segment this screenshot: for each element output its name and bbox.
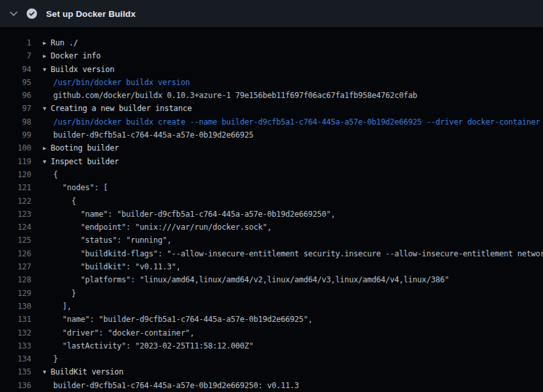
log-text-line: "platforms": "linux/amd64,linux/amd64/v2… <box>43 273 543 286</box>
log-text-line: { <box>43 168 543 181</box>
log-line: 130 ], <box>0 300 543 313</box>
line-number[interactable]: 126 <box>0 247 31 260</box>
line-number[interactable]: 122 <box>0 195 31 208</box>
log-text-line: } <box>43 352 543 365</box>
triangle-right-icon[interactable]: ▶ <box>43 141 51 154</box>
triangle-right-icon[interactable]: ▶ <box>43 36 51 49</box>
log-line: 128 "platforms": "linux/amd64,linux/amd6… <box>0 273 543 286</box>
log-text-line: "endpoint": "unix:///var/run/docker.sock… <box>43 221 543 234</box>
log-line: 136builder-d9cfb5a1-c764-445a-a57e-0b19d… <box>0 379 543 392</box>
line-number[interactable]: 128 <box>0 273 31 286</box>
triangle-down-icon[interactable]: ▼ <box>43 155 51 168</box>
line-number[interactable]: 133 <box>0 339 31 352</box>
chevron-down-icon[interactable] <box>8 8 19 19</box>
line-number[interactable]: 130 <box>0 300 31 313</box>
log-line: 95/usr/bin/docker buildx version <box>0 76 543 89</box>
log-text-line: "nodes": [ <box>43 181 543 194</box>
log-text: "name": "builder-d9cfb5a1-c764-445a-a57e… <box>53 210 335 219</box>
line-number[interactable]: 136 <box>0 379 31 392</box>
line-number[interactable]: 7 <box>0 49 31 62</box>
log-text: Docker info <box>51 51 101 60</box>
log-text: "status": "running", <box>53 236 171 245</box>
line-number[interactable]: 127 <box>0 260 31 273</box>
line-number[interactable]: 95 <box>0 76 31 89</box>
log-line: 7▶Docker info <box>0 49 543 62</box>
log-line: 120{ <box>0 168 543 181</box>
line-number[interactable]: 121 <box>0 181 31 194</box>
triangle-down-icon[interactable]: ▼ <box>43 63 51 76</box>
log-text-line: "buildkit": "v0.11.3", <box>43 260 543 273</box>
log-text: ], <box>53 302 71 311</box>
log-text-line: "name": "builder-d9cfb5a1-c764-445a-a57e… <box>43 313 543 326</box>
log-group-toggle[interactable]: ▶Booting builder <box>43 141 543 154</box>
triangle-right-icon[interactable]: ▶ <box>43 49 51 62</box>
line-number[interactable]: 97 <box>0 102 31 115</box>
log-line: 119▼Inspect builder <box>0 155 543 168</box>
log-text: Run ./ <box>51 38 78 47</box>
line-number[interactable]: 98 <box>0 116 31 129</box>
line-number[interactable]: 125 <box>0 234 31 247</box>
line-number[interactable]: 124 <box>0 221 31 234</box>
log-text: /usr/bin/docker buildx create --name bui… <box>53 117 543 127</box>
log-text: "name": "builder-d9cfb5a1-c764-445a-a57e… <box>53 315 312 324</box>
log-text-line: } <box>43 287 543 300</box>
log-group-toggle[interactable]: ▶Run ./ <box>43 36 543 49</box>
line-number[interactable]: 134 <box>0 352 31 365</box>
log-line: 129 } <box>0 287 543 300</box>
log-group-toggle[interactable]: ▼Inspect builder <box>43 155 543 168</box>
log-line: 132 "driver": "docker-container", <box>0 326 543 339</box>
log-text: { <box>53 170 58 179</box>
log-text: "driver": "docker-container", <box>53 328 194 337</box>
log-text: builder-d9cfb5a1-c764-445a-a57e-0b19d2e6… <box>53 381 299 390</box>
log-line: 135▼BuildKit version <box>0 365 543 378</box>
log-line: 131 "name": "builder-d9cfb5a1-c764-445a-… <box>0 313 543 326</box>
log-text: "platforms": "linux/amd64,linux/amd64/v2… <box>53 275 449 284</box>
line-number[interactable]: 99 <box>0 129 31 141</box>
log-text: "lastActivity": "2023-02-25T11:58:12.000… <box>53 341 253 350</box>
line-number[interactable]: 96 <box>0 89 31 102</box>
log-text-line: "status": "running", <box>43 234 543 247</box>
log-line: 124 "endpoint": "unix:///var/run/docker.… <box>0 221 543 234</box>
line-number[interactable]: 123 <box>0 208 31 221</box>
log-text-line: builder-d9cfb5a1-c764-445a-a57e-0b19d2e6… <box>43 129 543 141</box>
log-text-line: "buildkitd-flags": "--allow-insecure-ent… <box>43 247 543 260</box>
line-number[interactable]: 131 <box>0 313 31 326</box>
log-line: 133 "lastActivity": "2023-02-25T11:58:12… <box>0 339 543 352</box>
log-line: 1▶Run ./ <box>0 36 543 49</box>
log-text: github.com/docker/buildx 0.10.3+azure-1 … <box>53 91 417 100</box>
log-line: 97▼Creating a new builder instance <box>0 102 543 115</box>
log-text: /usr/bin/docker buildx version <box>53 78 190 87</box>
line-number[interactable]: 132 <box>0 326 31 339</box>
log-line: 127 "buildkit": "v0.11.3", <box>0 260 543 273</box>
log-text: BuildKit version <box>51 367 123 376</box>
log-line: 122 { <box>0 195 543 208</box>
log-text-line: builder-d9cfb5a1-c764-445a-a57e-0b19d2e6… <box>43 379 543 392</box>
line-number[interactable]: 120 <box>0 168 31 181</box>
line-number[interactable]: 119 <box>0 155 31 168</box>
step-header[interactable]: Set up Docker Buildx <box>0 0 543 27</box>
log-group-toggle[interactable]: ▼Buildx version <box>43 63 543 76</box>
log-text: Buildx version <box>51 65 114 74</box>
log-text: Creating a new builder instance <box>51 104 192 113</box>
log-line: 98/usr/bin/docker buildx create --name b… <box>0 116 543 129</box>
line-number[interactable]: 135 <box>0 365 31 378</box>
log-group-toggle[interactable]: ▼BuildKit version <box>43 365 543 378</box>
log-text-line: /usr/bin/docker buildx create --name bui… <box>43 116 543 129</box>
log-text: { <box>53 197 76 206</box>
log-line: 123 "name": "builder-d9cfb5a1-c764-445a-… <box>0 208 543 221</box>
triangle-down-icon[interactable]: ▼ <box>43 102 51 115</box>
line-number[interactable]: 1 <box>0 36 31 49</box>
log-group-toggle[interactable]: ▼Creating a new builder instance <box>43 102 543 115</box>
line-number[interactable]: 129 <box>0 287 31 300</box>
line-number[interactable]: 94 <box>0 63 31 76</box>
log-text: Inspect builder <box>51 157 119 166</box>
log-group-toggle[interactable]: ▶Docker info <box>43 49 543 62</box>
log-text: "nodes": [ <box>53 183 108 192</box>
log-text-line: "lastActivity": "2023-02-25T11:58:12.000… <box>43 339 543 352</box>
line-number[interactable]: 100 <box>0 141 31 154</box>
triangle-down-icon[interactable]: ▼ <box>43 365 51 378</box>
log-line: 94▼Buildx version <box>0 63 543 76</box>
log-text-line: "driver": "docker-container", <box>43 326 543 339</box>
log-line: 100▶Booting builder <box>0 141 543 154</box>
log-area: 1▶Run ./7▶Docker info94▼Buildx version95… <box>0 27 543 392</box>
